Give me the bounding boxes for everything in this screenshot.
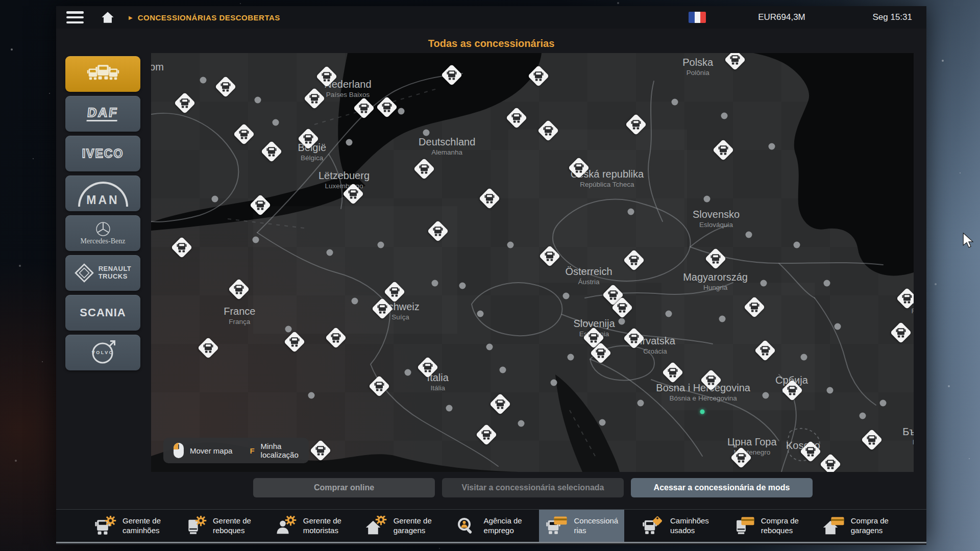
dealer-marker[interactable] [537,120,559,141]
dealer-marker[interactable] [250,194,271,216]
used-truck-tag-icon [642,516,665,536]
brand-filter-sidebar: DAF IVECO MAN Mercedes-Benz RENAULT TRUC… [65,56,140,370]
buy-online-button[interactable]: Comprar online [253,478,435,497]
nav-item-garage-manager[interactable]: Gerente de garagens [359,510,438,542]
iveco-logo: IVECO [82,147,124,161]
dealer-truck-icon [321,71,332,82]
brand-filter-renault-trucks[interactable]: RENAULT TRUCKS [65,255,140,291]
dealer-marker[interactable] [298,128,319,149]
dealer-truck-icon [315,445,326,456]
dealer-marker[interactable] [174,92,195,114]
dealer-marker[interactable] [369,375,390,397]
dealer-marker[interactable] [781,380,803,401]
dealer-marker[interactable] [623,249,645,271]
brand-filter-daf[interactable]: DAF [65,96,140,132]
nav-item-label: Compra de reboques [761,516,799,535]
dealer-marker[interactable] [861,429,883,450]
dealer-marker[interactable] [744,296,765,318]
job-search-icon [455,516,479,536]
nav-item-truck-manager[interactable]: Gerente de caminhões [88,510,167,542]
dealer-marker[interactable] [476,424,497,445]
dealer-marker[interactable] [724,53,746,70]
dealer-marker[interactable] [261,141,282,162]
dealer-marker[interactable] [568,157,590,179]
dealer-marker[interactable] [171,237,192,258]
dealer-marker[interactable] [611,297,633,318]
dealer-marker[interactable] [800,441,821,462]
dealer-marker[interactable] [489,393,511,415]
dealer-marker[interactable] [700,369,722,391]
dealer-marker[interactable] [590,342,611,364]
dealer-marker[interactable] [372,298,393,319]
dealer-marker[interactable] [417,357,438,378]
dealer-marker[interactable] [284,331,305,353]
dealer-truck-icon [238,129,250,140]
dealer-marker[interactable] [623,328,645,349]
brand-filter-all[interactable] [65,56,140,92]
dealer-marker[interactable] [730,447,752,468]
dealer-marker[interactable] [413,158,435,180]
dealer-marker[interactable] [705,248,726,269]
dealer-marker[interactable] [625,114,647,135]
nav-item-dealers[interactable]: Concessioná rias [539,510,624,542]
nav-item-label: Agência de emprego [484,516,522,535]
dealer-marker[interactable] [198,337,219,359]
dealer-marker[interactable] [441,64,462,86]
nav-item-garage-purchase[interactable]: Compra de garagens [816,510,895,542]
dealer-map[interactable]: United KingdomReino UnidoNederlandPaíses… [151,53,914,472]
brand-filter-man[interactable]: MAN [65,176,140,211]
dealer-marker[interactable] [310,440,331,461]
dealer-truck-icon [667,367,678,378]
mercedes-logo: Mercedes-Benz [81,237,126,245]
truck-gear-icon [94,516,117,536]
garage-gear-icon [365,516,388,536]
nav-item-trailer-manager[interactable]: Gerente de reboques [178,510,257,542]
renault-trucks-logo: RENAULT TRUCKS [99,265,132,281]
dealer-truck-icon [787,385,798,396]
brand-filter-iveco[interactable]: IVECO [65,136,140,171]
menu-button[interactable] [66,11,84,23]
dealer-truck-icon [573,162,584,173]
dealer-marker[interactable] [427,220,449,242]
dealer-marker[interactable] [539,245,560,267]
dealer-marker[interactable] [506,107,527,129]
visit-selected-dealer-button[interactable]: Visitar a concessionária selecionada [442,478,624,497]
background-stars [0,0,1,1]
dealer-marker[interactable] [754,340,776,361]
nav-item-job-agency[interactable]: Agência de emprego [449,510,528,542]
home-button[interactable] [101,11,114,24]
dealer-marker[interactable] [353,97,375,119]
trailer-card-icon [732,516,756,536]
brand-filter-volvo[interactable]: VOLVO [65,335,140,370]
dealer-marker[interactable] [890,322,912,343]
dealer-marker[interactable] [228,279,250,300]
access-mod-dealer-button[interactable]: Acessar a concessionária de mods [631,478,813,497]
dealer-truck-icon [729,54,741,65]
dealer-marker[interactable] [479,188,500,209]
nav-item-trailer-purchase[interactable]: Compra de reboques [726,510,805,542]
money-balance: EUR694,3M [751,12,812,22]
dealer-marker[interactable] [233,123,255,145]
home-icon [101,11,114,24]
dealer-truck-icon [419,163,430,174]
brand-filter-scania[interactable]: SCANIA [65,295,140,331]
dealer-truck-icon [289,336,300,347]
dealer-marker[interactable] [662,362,683,383]
nav-item-driver-manager[interactable]: Gerente de motoristas [268,510,348,542]
dealer-marker[interactable] [376,96,398,118]
dealer-marker[interactable] [215,76,236,97]
nav-item-used-trucks[interactable]: Caminhões usados [635,510,715,542]
dealer-truck-icon [718,144,729,156]
shortcut-key-f: F [250,446,254,455]
map-legend: Mover mapa F Minha localização [163,438,309,463]
dealer-marker[interactable] [713,139,734,161]
dealer-marker[interactable] [896,288,914,309]
brand-filter-mercedes[interactable]: Mercedes-Benz [65,215,140,251]
dealer-marker[interactable] [304,88,325,109]
dealer-marker[interactable] [325,327,347,348]
dealer-marker[interactable] [342,183,364,205]
dealer-truck-icon [432,226,444,237]
dealer-marker[interactable] [528,65,549,87]
dealer-marker[interactable] [316,66,337,87]
dealer-marker[interactable] [820,454,841,472]
